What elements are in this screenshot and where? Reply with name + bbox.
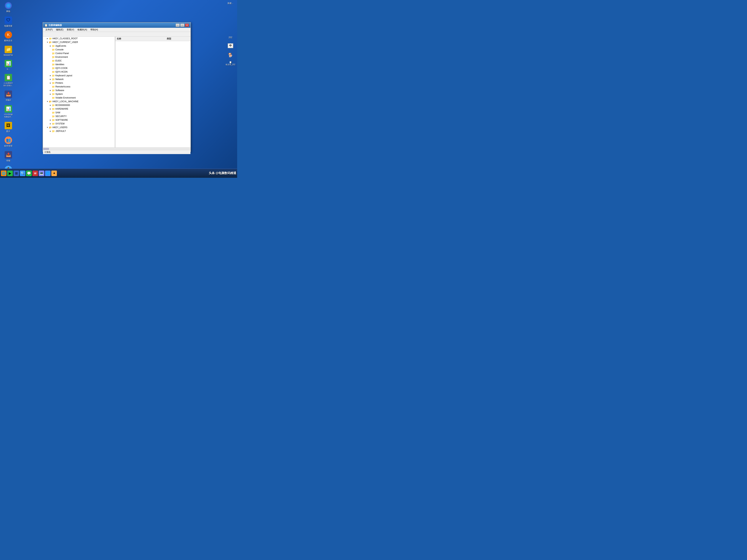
menu-view[interactable]: 查看(V) [65,28,76,32]
right-pane: 名称 类型 [115,37,190,148]
tree-item-appevents[interactable]: ▶ 📁 AppEvents [43,44,115,48]
ime-indicator[interactable]: 中 [228,43,233,48]
tree-item-eudc[interactable]: ▶ 📁 EUDC [43,59,115,62]
desktop-icon-mobilefile[interactable]: 📁 MobileFile [2,46,15,56]
taskbar-icon-search[interactable]: 🔍 [20,170,25,176]
h-scroll-thumb[interactable] [43,148,49,150]
label-keyboard-layout: Keyboard Layout [55,74,72,77]
desktop-icon-pcmanager[interactable]: 🛡 电脑管家 [2,17,15,27]
tree-item-hkey-current-user[interactable]: ▼ 📂 HKEY_CURRENT_USER [43,41,115,44]
folder-icon-bcd: 📁 [52,104,55,106]
tree-item-hardware[interactable]: ▶ 📁 HARDWARE [43,107,115,111]
toggle-system-lm[interactable]: ▶ [49,122,52,125]
taskbar-icon-computer[interactable]: 💻 [39,170,44,176]
label-console: Console [55,48,63,51]
desktop-icon-tr[interactable]: 📊 tr... [2,60,15,70]
maximize-button[interactable]: □ [180,24,184,27]
menu-favorites[interactable]: 收藏夹(A) [76,28,88,32]
folder-icon-hkey-users: 📂 [49,126,52,129]
tree-item-console[interactable]: ▶ 📁 Console [43,48,115,52]
folder-icon-volatile-env: 📁 [52,97,55,99]
taskbar-icon-network2[interactable]: 🌐 [45,170,51,176]
taskbar-icon-star[interactable]: ✦ [51,170,57,176]
toggle-printers[interactable]: ▶ [49,81,52,84]
tree-item-volatile-env[interactable]: ▶ 📁 Volatile Environment [43,96,115,100]
label-appevents: AppEvents [55,45,66,47]
title-bar-controls: ─ □ ✕ [176,24,189,27]
tree-item-control-panel[interactable]: ▶ 📁 Control Panel [43,52,115,55]
close-button[interactable]: ✕ [185,24,189,27]
tree-item-hkey-classes-root[interactable]: ▶ 📁 HKEY_CLASSES_ROOT [43,37,115,41]
toggle-software-lm[interactable]: ▶ [49,118,52,122]
main-content: ▶ 📁 HKEY_CLASSES_ROOT ▼ 📂 HKEY_CURRENT_U… [43,37,190,148]
desktop-icon-chuanshu3[interactable]: 📤 传输3 [2,90,15,102]
toggle-hkey-users[interactable]: ▼ [46,126,49,129]
label-system: System [55,93,63,96]
desktop-icon-tr-label: tr... [7,68,10,70]
desktop-icon-hefeireport-label: 4-1合肥新华阳行货报(1... [3,82,13,87]
toggle-keyboard-layout[interactable]: ▶ [49,74,52,77]
toggle-appevents[interactable]: ▶ [49,45,52,47]
desktop-icon-kugou[interactable]: K 酷狗音乐 [2,31,15,42]
label-default: .DEFAULT [55,130,66,132]
desktop-icon-hefeireport[interactable]: 📋 4-1合肥新华阳行货报(1... [2,74,15,87]
tree-item-bcd[interactable]: ▶ 📁 BCD00000000 [43,103,115,107]
toggle-default[interactable]: ▶ [49,130,52,133]
folder-icon-hkey-local-machine: 📂 [49,100,52,103]
toggle-hkey-local-machine[interactable]: ▼ [46,100,49,103]
menu-help[interactable]: 帮助(H) [89,28,100,32]
receipt-icon: 📑收支明_202 [226,61,235,66]
folder-icon-control-panel: 📁 [52,52,55,55]
tree-item-network[interactable]: ▶ 📁 Network [43,77,115,81]
toggle-software[interactable]: ▶ [49,89,52,92]
status-path: 计算机 [45,151,51,154]
desktop-icon-softmgr[interactable]: 👥 软件管理 [2,136,15,148]
label-software: Software [55,89,64,92]
tree-item-printers[interactable]: ▶ 📁 Printers [43,81,115,85]
tree-item-environment[interactable]: ▶ 📁 Environment [43,55,115,59]
horizontal-scrollbar[interactable] [43,148,190,150]
tree-item-default[interactable]: ▶ 📁 .DEFAULT [43,129,115,133]
tree-item-system[interactable]: ▶ 📁 System [43,92,115,96]
menu-bar: 文件(F) 编辑(E) 查看(V) 收藏夹(A) 帮助(H) [43,28,190,32]
menu-file[interactable]: 文件(F) [44,28,54,32]
tree-item-remote-access[interactable]: ▶ 📁 RemoteAccess [43,85,115,88]
menu-edit[interactable]: 编辑(E) [54,28,65,32]
toggle-bcd[interactable]: ▶ [49,104,52,107]
tree-item-software-lm[interactable]: ▶ 📁 SOFTWARE [43,118,115,122]
tree-item-security[interactable]: ▶ 📁 SECURITY [43,114,115,118]
taskbar-icon-browser[interactable]: 🌐 [1,170,6,176]
desktop-icon-chuanshu[interactable]: 📤 传输 [2,151,15,162]
taskbar-icon-word[interactable]: W [32,170,38,176]
desktop-icon-chuanshu3-label: 传输3 [6,99,11,102]
desktop-icon-pictures[interactable]: 🖼 图片 [2,122,15,133]
tree-item-iqiyi-hcdn[interactable]: ▶ 📁 IQIYI.HCDN [43,70,115,74]
toggle-network[interactable]: ▶ [49,78,52,81]
tree-item-software[interactable]: ▶ 📁 Software [43,88,115,92]
tree-item-hkey-users[interactable]: ▼ 📂 HKEY_USERS [43,126,115,129]
tree-item-hkey-local-machine[interactable]: ▼ 📂 HKEY_LOCAL_MACHINE [43,100,115,103]
desktop-icon-news[interactable]: 📊 5月8号跨越电脑监控... [2,105,15,118]
toggle-system[interactable]: ▶ [49,92,52,96]
minimize-button[interactable]: ─ [176,24,180,27]
label-hardware: HARDWARE [55,108,68,110]
address-bar [43,32,190,37]
desktop-icon-network[interactable]: 🌐 网络 [2,2,15,13]
tree-item-sam[interactable]: ▶ 📁 SAM [43,111,115,114]
right-pane-header: 名称 类型 [115,37,190,41]
toggle-hkey-classes-root[interactable]: ▶ [46,37,49,40]
tree-pane[interactable]: ▶ 📁 HKEY_CLASSES_ROOT ▼ 📂 HKEY_CURRENT_U… [43,37,115,148]
tree-item-identities[interactable]: ▶ 📁 Identities [43,62,115,66]
tree-item-iqiyi-cook[interactable]: ▶ 📁 IQIYI.COOK [43,66,115,70]
tree-item-system-lm[interactable]: ▶ 📁 SYSTEM [43,122,115,126]
label-volatile-env: Volatile Environment [55,97,76,99]
taskbar-icon-media[interactable]: ▶ [7,170,13,176]
taskbar-icon-wechat[interactable]: 💬 [26,170,32,176]
tree-item-keyboard-layout[interactable]: ▶ 📁 Keyboard Layout [43,74,115,77]
label-control-panel: Control Panel [55,52,69,55]
desktop-icon-kugou-label: 酷狗音乐 [4,39,12,42]
folder-icon-software-lm: 📁 [52,119,55,121]
taskbar-icon-windows[interactable]: ⊞ [14,170,19,176]
toggle-hardware[interactable]: ▶ [49,107,52,110]
toggle-hkey-current-user[interactable]: ▼ [46,41,49,44]
